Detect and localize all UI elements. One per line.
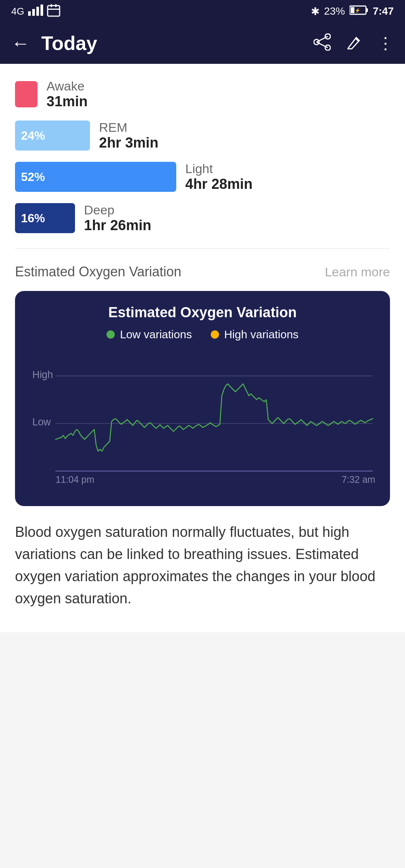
- svg-rect-0: [28, 11, 31, 16]
- svg-text:⚡: ⚡: [355, 8, 360, 13]
- svg-text:High: High: [32, 368, 53, 380]
- deep-info: Deep 1hr 26min: [84, 203, 152, 234]
- awake-info: Awake 31min: [46, 79, 88, 110]
- page-title: Today: [41, 32, 302, 54]
- app-bar: ← Today ⋮: [0, 23, 405, 64]
- svg-rect-6: [55, 4, 57, 7]
- sleep-stage-deep: 16% Deep 1hr 26min: [15, 203, 390, 234]
- app-bar-actions: ⋮: [314, 33, 394, 53]
- svg-text:Low: Low: [32, 416, 51, 428]
- calendar-icon: [47, 3, 60, 20]
- svg-rect-5: [51, 4, 52, 7]
- svg-text:7:32 am: 7:32 am: [342, 474, 375, 485]
- learn-more-button[interactable]: Learn more: [325, 265, 390, 279]
- svg-line-16: [316, 42, 328, 48]
- deep-percentage: 16%: [21, 211, 45, 225]
- light-bar: 52%: [15, 162, 176, 192]
- light-percentage: 52%: [21, 170, 45, 184]
- signal-bars: [28, 5, 43, 18]
- svg-text:11:04 pm: 11:04 pm: [56, 474, 94, 485]
- main-content: Awake 31min 24% REM 2hr 3min 52% Light 4…: [0, 64, 405, 632]
- svg-rect-10: [351, 7, 354, 13]
- bluetooth-icon: ✱: [311, 5, 320, 18]
- light-info: Light 4hr 28min: [185, 161, 253, 192]
- legend-item-high: High variations: [211, 328, 298, 341]
- more-options-button[interactable]: ⋮: [377, 35, 394, 51]
- rem-time: 2hr 3min: [99, 135, 158, 151]
- legend-item-low: Low variations: [106, 328, 192, 341]
- oxygen-section: Estimated Oxygen Variation Learn more Es…: [15, 264, 390, 610]
- oxygen-chart-svg: High Low 11:04 pm 7:32 am: [28, 352, 376, 495]
- rem-label: REM: [99, 120, 158, 135]
- battery-icon: ⚡: [350, 5, 368, 18]
- chart-area: High Low 11:04 pm 7:32 am: [28, 352, 376, 495]
- status-left: 4G: [11, 3, 60, 20]
- svg-rect-9: [366, 8, 368, 12]
- time-display: 7:47: [373, 5, 394, 17]
- low-variations-label: Low variations: [120, 328, 192, 341]
- svg-rect-1: [32, 9, 35, 16]
- svg-rect-2: [36, 7, 39, 16]
- high-variations-dot: [211, 330, 219, 339]
- signal-icon: 4G: [11, 6, 24, 17]
- sleep-stage-rem: 24% REM 2hr 3min: [15, 120, 390, 151]
- oxygen-section-header: Estimated Oxygen Variation Learn more: [15, 264, 390, 280]
- high-variations-label: High variations: [224, 328, 298, 341]
- chart-title: Estimated Oxygen Variation: [28, 304, 376, 321]
- light-time: 4hr 28min: [185, 176, 253, 192]
- svg-rect-7: [48, 9, 60, 10]
- sleep-stage-awake: Awake 31min: [15, 79, 390, 110]
- svg-rect-4: [48, 6, 60, 16]
- light-label: Light: [185, 161, 253, 176]
- oxygen-section-title: Estimated Oxygen Variation: [15, 264, 182, 280]
- deep-time: 1hr 26min: [84, 217, 152, 234]
- oxygen-description: Blood oxygen saturation normally fluctua…: [15, 521, 390, 610]
- svg-line-15: [316, 36, 328, 42]
- status-bar: 4G ✱ 23% ⚡: [0, 0, 405, 23]
- divider-1: [15, 249, 390, 249]
- chart-legend: Low variations High variations: [28, 328, 376, 341]
- status-right: ✱ 23% ⚡ 7:47: [311, 5, 394, 18]
- awake-label: Awake: [46, 79, 88, 93]
- svg-rect-3: [40, 5, 43, 16]
- awake-bar: [15, 81, 38, 107]
- oxygen-chart-card: Estimated Oxygen Variation Low variation…: [15, 291, 390, 506]
- deep-label: Deep: [84, 203, 152, 217]
- rem-percentage: 24%: [21, 129, 45, 143]
- low-variations-dot: [106, 330, 115, 339]
- battery-text: 23%: [324, 5, 345, 17]
- edit-button[interactable]: [346, 34, 362, 53]
- sleep-stage-light: 52% Light 4hr 28min: [15, 161, 390, 192]
- share-button[interactable]: [314, 33, 331, 53]
- awake-time: 31min: [46, 93, 88, 110]
- rem-info: REM 2hr 3min: [99, 120, 158, 151]
- deep-bar: 16%: [15, 203, 75, 233]
- rem-bar: 24%: [15, 121, 90, 151]
- sleep-stages-section: Awake 31min 24% REM 2hr 3min 52% Light 4…: [15, 79, 390, 234]
- back-button[interactable]: ←: [11, 34, 30, 53]
